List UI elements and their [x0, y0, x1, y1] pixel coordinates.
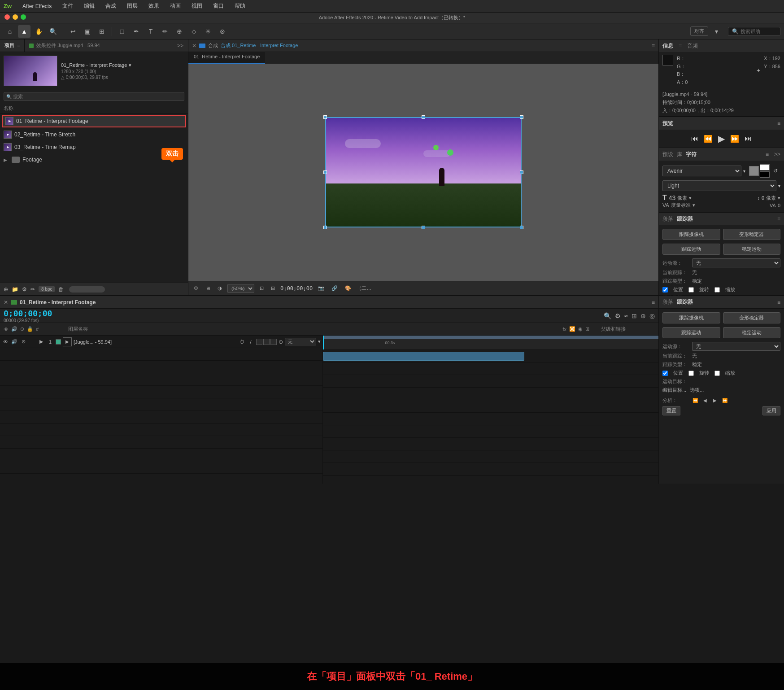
timeline-menu-icon[interactable]: ≡	[652, 299, 655, 306]
handle-bottom-left[interactable]	[323, 226, 327, 229]
parent-select[interactable]: 无	[285, 338, 316, 345]
viewer-crop-btn[interactable]: ⊡	[258, 284, 266, 292]
bottom-analyze-ff[interactable]: ⏩	[721, 396, 729, 404]
bottom-analyze-forward[interactable]: ▶	[711, 396, 719, 404]
bottom-warp-btn[interactable]: 变形稳定器	[723, 312, 781, 323]
list-item-02-retime[interactable]: ▶ 02_Retime - Time Stretch	[0, 128, 188, 141]
folder-expand-arrow[interactable]: ▶	[4, 157, 9, 162]
viewer-link-btn[interactable]: 🔗	[330, 284, 340, 292]
tracker-menu-icon[interactable]: ≡	[777, 216, 780, 222]
puppet-tool[interactable]: ⊗	[216, 25, 229, 38]
bottom-rotation-check[interactable]	[688, 371, 694, 376]
preview-next-frame-btn[interactable]: ⏩	[730, 135, 739, 143]
layer-color-swatch[interactable]	[56, 339, 61, 345]
handle-bottom-right[interactable]	[520, 226, 523, 229]
char-panel-menu[interactable]: ≡	[766, 151, 769, 157]
viewer-monitor-btn[interactable]: 🖥	[204, 285, 212, 292]
parent-dropdown-icon[interactable]: ▾	[318, 339, 321, 345]
paragraph-tab[interactable]: 段落	[662, 215, 673, 223]
layer-audio-btn[interactable]: 🔊	[11, 339, 18, 345]
font-family-select[interactable]: Avenir	[662, 166, 741, 176]
preview-prev-frame-btn[interactable]: ⏪	[704, 135, 713, 143]
kerning-dropdown-icon[interactable]: ▾	[693, 202, 695, 208]
handle-mid-left[interactable]	[323, 170, 327, 174]
character-tab[interactable]: 字符	[686, 151, 697, 158]
stabilize-motion-btn[interactable]: 稳定运动	[723, 244, 781, 255]
tracker-tab[interactable]: 跟踪器	[677, 215, 693, 223]
library-tab[interactable]: 库	[677, 151, 682, 158]
roto-tool[interactable]: ✳	[202, 25, 214, 38]
kerning-dropdown[interactable]: ▾	[778, 195, 780, 201]
fill-color-box[interactable]	[760, 164, 770, 170]
bottom-position-check[interactable]	[662, 371, 668, 376]
preview-last-frame-btn[interactable]: ⏭	[745, 135, 752, 143]
home-tool[interactable]: ⌂	[4, 25, 16, 38]
handle-top-right[interactable]	[520, 115, 523, 119]
menu-window[interactable]: 窗口	[211, 1, 226, 11]
viewer-frame-btn[interactable]: ⊞	[269, 284, 277, 292]
list-item-03-retime[interactable]: ▶ 03_Retime - Time Remap	[0, 141, 188, 153]
switch-1[interactable]	[256, 339, 262, 345]
settings-icon[interactable]: ⚙	[22, 286, 27, 293]
menu-compose[interactable]: 合成	[104, 1, 118, 11]
menu-effect[interactable]: 效果	[147, 1, 161, 11]
handle-bottom-mid[interactable]	[422, 226, 425, 229]
bottom-stabilize-btn[interactable]: 稳定运动	[723, 327, 781, 338]
new-comp-icon[interactable]: ⊕	[4, 286, 8, 293]
text-tool[interactable]: T	[144, 25, 157, 38]
handle-top-left[interactable]	[323, 115, 327, 119]
switch-2[interactable]	[263, 339, 270, 345]
script-icon[interactable]: ✏	[30, 286, 35, 293]
bottom-apply-btn[interactable]: 应用	[762, 406, 780, 415]
refresh-icon[interactable]: ↺	[771, 166, 780, 176]
layer-slash-icon[interactable]: /	[247, 339, 254, 345]
layer-time-icon[interactable]: ⏱	[238, 339, 245, 345]
comp-close-button[interactable]: ✕	[192, 43, 196, 49]
track-camera-btn[interactable]: 跟踪摄像机	[662, 229, 720, 240]
stamp-tool[interactable]: ⊕	[173, 25, 186, 38]
folder-icon-bottom[interactable]: 📁	[12, 286, 18, 293]
composition-tab[interactable]: 01_Retime - Interpret Footage	[188, 52, 265, 64]
time-indicator[interactable]	[323, 336, 324, 349]
camera-tool[interactable]: ▣	[81, 25, 94, 38]
close-button[interactable]	[4, 14, 10, 20]
viewer-color-btn[interactable]: 🎨	[343, 284, 353, 292]
tl-settings-icon[interactable]: ⚙	[615, 312, 621, 319]
list-item-footage-folder[interactable]: ▶ Footage	[0, 153, 188, 166]
char-panel-expand[interactable]: >>	[774, 151, 780, 157]
track-motion-btn[interactable]: 跟踪运动	[662, 244, 720, 255]
rect-tool[interactable]: □	[116, 25, 128, 38]
layer-solo-btn[interactable]: ⊙	[20, 339, 27, 345]
select-tool[interactable]: ▲	[18, 25, 30, 38]
tl-search-icon[interactable]: 🔍	[604, 312, 611, 319]
layer-expand-btn[interactable]: ▶	[38, 339, 45, 345]
maximize-button[interactable]	[21, 14, 26, 20]
bottom-edit-target[interactable]: 编辑目标...	[662, 387, 686, 393]
position-checkbox[interactable]	[662, 287, 668, 293]
viewer-3d-btn[interactable]: ◑	[216, 284, 224, 292]
preview-play-btn[interactable]: ▶	[718, 133, 725, 144]
undo-tool[interactable]: ↩	[67, 25, 79, 38]
preset-tab[interactable]: 预设	[662, 151, 673, 158]
help-search-box[interactable]: 🔍	[728, 27, 780, 36]
bottom-options[interactable]: 选项...	[690, 387, 704, 393]
bottom-analyze-back[interactable]: ◀	[701, 396, 709, 404]
bottom-track-motion-btn[interactable]: 跟踪运动	[662, 327, 720, 338]
tl-graph-icon[interactable]: ⊞	[632, 312, 637, 319]
minimize-button[interactable]	[13, 14, 18, 20]
scale-checkbox[interactable]	[714, 287, 720, 293]
eyedropper-color-btn[interactable]	[749, 166, 759, 176]
timeline-close-btn[interactable]: ✕	[4, 299, 8, 306]
effect-controls-tab[interactable]: 效果控件 Juggle.mp4 - 59.94 >>	[25, 39, 188, 52]
grid-tool[interactable]: ⊞	[96, 25, 108, 38]
panel-expand-icon[interactable]: >>	[177, 43, 183, 49]
audio-tab[interactable]: 音频	[687, 42, 698, 50]
menu-animation[interactable]: 动画	[168, 1, 183, 11]
align-options[interactable]: ▾	[710, 25, 723, 38]
brush-tool[interactable]: ✏	[159, 25, 171, 38]
delete-icon[interactable]: 🗑	[58, 286, 64, 293]
size-dropdown-icon[interactable]: ▾	[689, 195, 692, 201]
font-style-select[interactable]: Light	[662, 180, 776, 191]
bottom-scale-check[interactable]	[714, 371, 720, 376]
pen-tool[interactable]: ✒	[130, 25, 143, 38]
